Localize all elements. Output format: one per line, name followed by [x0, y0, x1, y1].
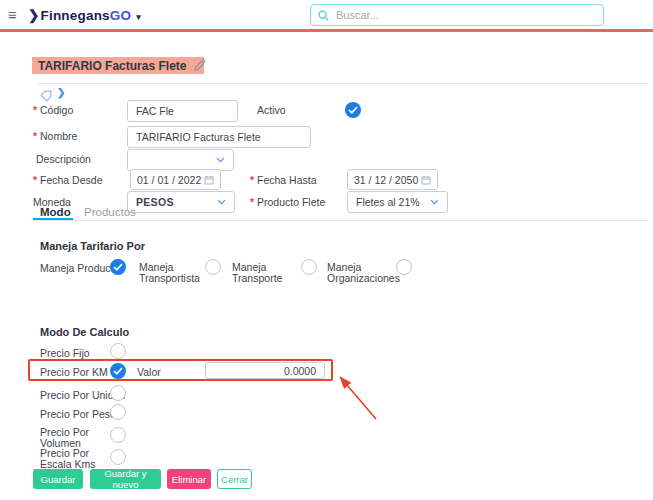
check-icon: [113, 263, 123, 271]
app-window: ≡ ❯FinnegansGO▾ TARIFARIO Facturas Flete…: [0, 0, 653, 500]
chevron-down-icon: [217, 199, 226, 205]
activo-checkbox[interactable]: [345, 102, 361, 118]
global-search[interactable]: [310, 4, 604, 26]
guardar-button[interactable]: Guardar: [33, 469, 83, 489]
precio-por-unidad-radio[interactable]: [110, 385, 126, 401]
maneja-organizaciones-radio[interactable]: [396, 259, 412, 275]
precio-por-peso-label: Precio Por Peso: [40, 408, 116, 420]
chevron-down-icon: [216, 157, 225, 163]
nombre-label: Nombre: [33, 130, 77, 142]
fecha-hasta-value: 31 / 12 / 2050: [354, 174, 418, 186]
precio-por-escala-kms-label: Precio Por Escala Kms: [40, 448, 118, 470]
brand-logo[interactable]: ❯FinnegansGO▾: [28, 7, 141, 23]
precio-por-escala-kms-radio[interactable]: [110, 449, 126, 465]
maneja-transporte-radio[interactable]: [301, 259, 317, 275]
annotation-header-underline: [0, 29, 653, 32]
maneja-organizaciones-label: Maneja Organizaciones: [327, 262, 399, 284]
search-input[interactable]: [334, 8, 603, 22]
chevron-down-icon[interactable]: ▾: [136, 12, 141, 22]
moneda-select-value: PESOS: [136, 196, 174, 208]
fecha-desde-label: Fecha Desde: [33, 174, 102, 186]
search-icon: [318, 10, 329, 21]
precio-por-peso-radio[interactable]: [110, 404, 126, 420]
annotation-arrow: [320, 363, 392, 429]
maneja-transportista-label: Maneja Transportista: [139, 262, 201, 284]
producto-flete-label: Producto Flete: [250, 196, 325, 208]
codigo-label: Código: [33, 104, 73, 116]
cerrar-button[interactable]: Cerrar: [217, 469, 252, 489]
codigo-input[interactable]: [127, 100, 238, 122]
calendar-icon: [204, 175, 214, 185]
precio-por-volumen-label: Precio Por Volumen: [40, 427, 100, 449]
precio-por-volumen-radio[interactable]: [110, 427, 126, 443]
maneja-productos-radio[interactable]: [110, 259, 126, 275]
moneda-select[interactable]: PESOS: [127, 191, 235, 213]
logo-brand-text: Finnegans: [41, 8, 110, 23]
tab-productos[interactable]: Productos: [84, 206, 136, 218]
producto-flete-select-value: Fletes al 21%: [356, 196, 420, 208]
maneja-transporte-label: Maneja Transporte: [232, 262, 294, 284]
fecha-hasta-input[interactable]: 31 / 12 / 2050: [347, 169, 438, 190]
maneja-section-title: Maneja Tarifario Por: [40, 240, 145, 252]
title-divider: [38, 83, 648, 84]
logo-chevron-icon: ❯: [28, 8, 40, 23]
modo-calculo-section-title: Modo De Calculo: [40, 326, 129, 338]
check-icon: [348, 106, 358, 114]
tabs-divider: [33, 220, 648, 221]
producto-flete-select[interactable]: Fletes al 21%: [347, 191, 448, 213]
precio-por-km-radio[interactable]: [110, 363, 126, 379]
fecha-hasta-label: Fecha Hasta: [250, 174, 317, 186]
precio-fijo-radio[interactable]: [110, 343, 126, 359]
valor-input[interactable]: [205, 362, 325, 379]
guardar-y-nuevo-button[interactable]: Guardar y nuevo: [90, 469, 161, 489]
valor-label: Valor: [137, 366, 161, 378]
activo-label: Activo: [257, 104, 286, 116]
precio-por-km-label: Precio Por KM: [40, 366, 108, 378]
calendar-icon: [421, 175, 431, 185]
precio-fijo-label: Precio Fijo: [40, 347, 90, 359]
logo-suffix-text: GO: [110, 8, 131, 23]
nombre-input[interactable]: [127, 126, 311, 148]
edit-icon[interactable]: [193, 58, 206, 76]
check-icon: [113, 367, 123, 375]
hamburger-menu-icon[interactable]: ≡: [8, 6, 17, 23]
maneja-transportista-radio[interactable]: [205, 259, 221, 275]
page-title: TARIFARIO Facturas Flete: [38, 59, 186, 73]
chevron-right-icon[interactable]: ❯: [57, 87, 65, 98]
descripcion-select[interactable]: [127, 149, 234, 171]
chevron-down-icon: [430, 199, 439, 205]
descripcion-label: Descripción: [36, 153, 91, 165]
tab-modo[interactable]: Modo: [40, 206, 71, 218]
fecha-desde-value: 01 / 01 / 2022: [137, 174, 201, 186]
top-header: ≡ ❯FinnegansGO▾: [0, 0, 653, 30]
eliminar-button[interactable]: Eliminar: [167, 469, 211, 489]
fecha-desde-input[interactable]: 01 / 01 / 2022: [130, 169, 221, 190]
